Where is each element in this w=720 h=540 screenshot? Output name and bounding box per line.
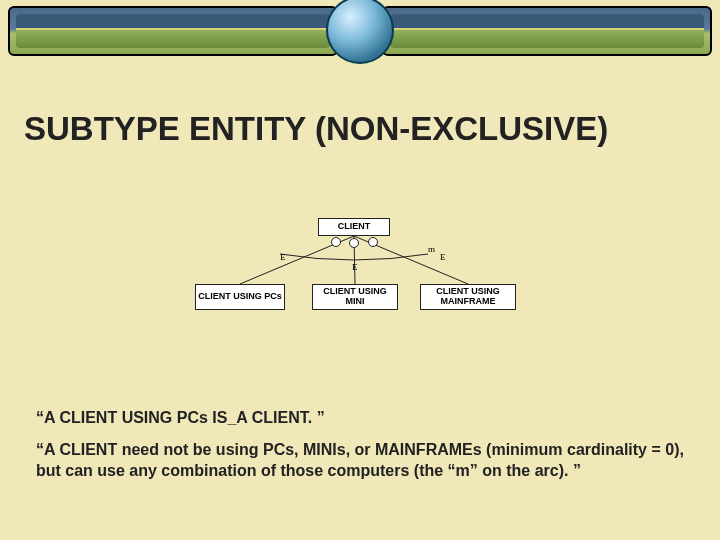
banner-right	[382, 6, 712, 56]
svg-point-3	[332, 238, 341, 247]
er-diagram: E E E m CLIENT CLIENT USING PCs CLIENT U…	[120, 218, 600, 318]
svg-point-4	[350, 239, 359, 248]
slide-title: SUBTYPE ENTITY (NON-EXCLUSIVE)	[24, 110, 696, 148]
note-2: “A CLIENT need not be using PCs, MINIs, …	[36, 440, 684, 482]
entity-subtype-pcs: CLIENT USING PCs	[195, 284, 285, 310]
header-banner	[0, 0, 720, 62]
e-left: E	[280, 252, 286, 262]
note-1: “A CLIENT USING PCs IS_A CLIENT. ”	[36, 408, 684, 429]
entity-subtype-mini: CLIENT USING MINI	[312, 284, 398, 310]
arc-m-label: m	[428, 244, 435, 254]
e-mid: E	[352, 262, 358, 272]
entity-subtype-mainframe: CLIENT USING MAINFRAME	[420, 284, 516, 310]
svg-point-5	[369, 238, 378, 247]
e-right: E	[440, 252, 446, 262]
entity-supertype: CLIENT	[318, 218, 390, 236]
banner-left	[8, 6, 338, 56]
